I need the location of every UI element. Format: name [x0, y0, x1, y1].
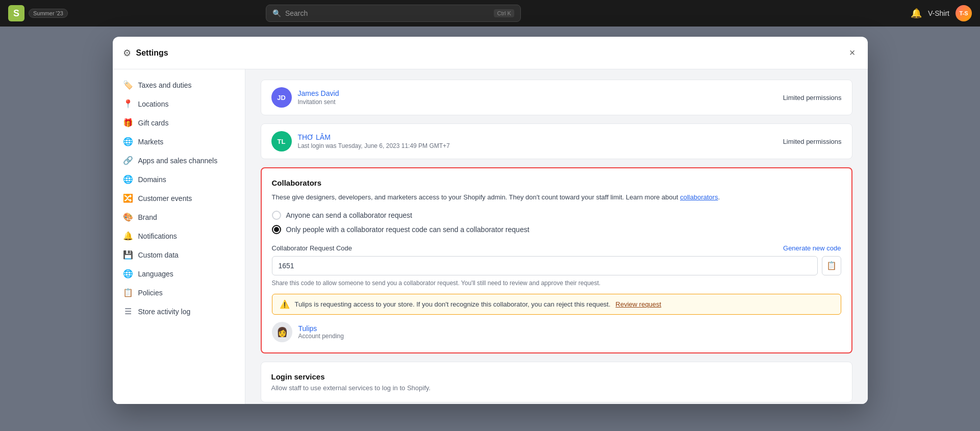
settings-sidebar: 🏷️ Taxes and duties 📍 Locations 🎁 Gift c… — [113, 69, 245, 404]
brand-icon: 🎨 — [123, 212, 133, 222]
search-placeholder: Search — [285, 9, 308, 17]
radio-anyone-circle — [272, 211, 281, 220]
store-activity-icon: ☰ — [123, 307, 133, 316]
pending-user-info: Tulips Account pending — [298, 324, 344, 340]
code-input-row: 📋 — [272, 256, 841, 275]
sidebar-item-custom-data[interactable]: 💾 Custom data — [113, 245, 245, 264]
sidebar-label-markets: Markets — [138, 138, 164, 146]
user-card-tl: TL THƠ LÂM Last login was Tuesday, June … — [261, 123, 852, 159]
collaborators-desc: These give designers, developers, and ma… — [272, 192, 841, 202]
user-sub-james: Invitation sent — [298, 98, 777, 106]
modal-header: ⚙ Settings × — [113, 37, 868, 69]
search-bar[interactable]: 🔍 Search Ctrl K — [266, 5, 521, 22]
login-services-card: Login services Allow staff to use extern… — [261, 362, 852, 402]
warning-icon: ⚠️ — [280, 299, 290, 309]
generate-code-link[interactable]: Generate new code — [783, 244, 841, 252]
review-request-link[interactable]: Review request — [616, 300, 662, 308]
user-sub-tl: Last login was Tuesday, June 6, 2023 11:… — [298, 142, 777, 149]
apps-icon: 🔗 — [123, 156, 133, 165]
sidebar-label-custom-data: Custom data — [138, 251, 179, 259]
sidebar-label-taxes: Taxes and duties — [138, 81, 192, 89]
top-nav: S Summer '23 🔍 Search Ctrl K 🔔 V-Shirt T… — [0, 0, 980, 27]
pending-user-name[interactable]: Tulips — [298, 324, 344, 333]
login-services-desc: Allow staff to use external services to … — [271, 384, 842, 392]
code-hint: Share this code to allow someone to send… — [272, 280, 841, 287]
sidebar-item-languages[interactable]: 🌐 Languages — [113, 264, 245, 283]
customer-events-icon: 🔀 — [123, 193, 133, 203]
location-icon: 📍 — [123, 99, 133, 109]
gift-icon: 🎁 — [123, 118, 133, 128]
summer-badge: Summer '23 — [29, 9, 68, 18]
user-card-james: JD James David Invitation sent Limited p… — [261, 80, 852, 115]
user-permission-james: Limited permissions — [783, 94, 842, 102]
modal-title-area: ⚙ Settings — [123, 47, 168, 59]
policies-icon: 📋 — [123, 288, 133, 297]
sidebar-item-store-activity[interactable]: ☰ Store activity log — [113, 302, 245, 321]
sidebar-label-policies: Policies — [138, 289, 163, 297]
search-icon: 🔍 — [272, 9, 281, 17]
sidebar-label-notifications: Notifications — [138, 232, 177, 240]
user-info-tl: THƠ LÂM Last login was Tuesday, June 6, … — [298, 133, 777, 149]
store-name: V-Shirt — [928, 9, 949, 17]
sidebar-item-gift-cards[interactable]: 🎁 Gift cards — [113, 113, 245, 132]
modal-title: Settings — [136, 48, 168, 58]
custom-data-icon: 💾 — [123, 250, 133, 260]
markets-icon: 🌐 — [123, 137, 133, 146]
sidebar-item-notifications[interactable]: 🔔 Notifications — [113, 226, 245, 245]
radio-group: Anyone can send a collaborator request O… — [272, 211, 841, 234]
user-name-tl[interactable]: THƠ LÂM — [298, 133, 777, 141]
pending-avatar: 👩 — [272, 322, 292, 342]
sidebar-item-policies[interactable]: 📋 Policies — [113, 283, 245, 302]
user-avatar[interactable]: T-S — [956, 5, 972, 21]
main-area: ⚙ Settings × 🏷️ Taxes and duties 📍 Locat… — [0, 27, 980, 431]
taxes-icon: 🏷️ — [123, 80, 133, 90]
pending-user-status: Account pending — [298, 333, 344, 340]
nav-right: 🔔 V-Shirt T-S — [911, 5, 972, 21]
sidebar-item-customer-events[interactable]: 🔀 Customer events — [113, 189, 245, 208]
bell-icon[interactable]: 🔔 — [911, 8, 922, 19]
sidebar-label-brand: Brand — [138, 213, 157, 221]
code-header: Collaborator Request Code Generate new c… — [272, 244, 841, 252]
sidebar-label-apps: Apps and sales channels — [138, 157, 218, 165]
radio-anyone[interactable]: Anyone can send a collaborator request — [272, 211, 841, 220]
user-avatar-jd: JD — [271, 87, 292, 108]
copy-code-button[interactable]: 📋 — [822, 256, 841, 275]
sidebar-item-apps[interactable]: 🔗 Apps and sales channels — [113, 151, 245, 170]
sidebar-label-customer-events: Customer events — [138, 194, 192, 202]
sidebar-label-domains: Domains — [138, 175, 166, 184]
user-name-james[interactable]: James David — [298, 89, 777, 97]
sidebar-label-store-activity: Store activity log — [138, 308, 191, 316]
sidebar-item-brand[interactable]: 🎨 Brand — [113, 208, 245, 226]
radio-code-only-circle — [272, 225, 281, 234]
domains-icon: 🌐 — [123, 174, 133, 184]
sidebar-item-domains[interactable]: 🌐 Domains — [113, 170, 245, 189]
sidebar-item-markets[interactable]: 🌐 Markets — [113, 132, 245, 151]
collaborators-link[interactable]: collaborators — [680, 193, 718, 201]
languages-icon: 🌐 — [123, 269, 133, 278]
user-permission-tl: Limited permissions — [783, 138, 842, 145]
notifications-icon: 🔔 — [123, 231, 133, 241]
modal-body: 🏷️ Taxes and duties 📍 Locations 🎁 Gift c… — [113, 69, 868, 404]
logo-area: S Summer '23 — [8, 5, 68, 21]
sidebar-item-locations[interactable]: 📍 Locations — [113, 94, 245, 113]
login-services-title: Login services — [271, 372, 842, 381]
sidebar-label-locations: Locations — [138, 100, 169, 108]
close-button[interactable]: × — [847, 45, 858, 61]
gear-icon: ⚙ — [123, 47, 131, 59]
code-input-field[interactable] — [272, 256, 818, 275]
user-avatar-tl: TL — [271, 131, 292, 151]
radio-code-only[interactable]: Only people with a collaborator request … — [272, 225, 841, 234]
code-label: Collaborator Request Code — [272, 244, 353, 252]
sidebar-item-taxes[interactable]: 🏷️ Taxes and duties — [113, 75, 245, 94]
shopify-logo: S — [8, 5, 24, 21]
collaborators-card: Collaborators These give designers, deve… — [261, 167, 852, 353]
collaborators-title: Collaborators — [272, 179, 841, 187]
sidebar-label-gift-cards: Gift cards — [138, 119, 169, 127]
pending-user: 👩 Tulips Account pending — [272, 322, 841, 342]
search-shortcut: Ctrl K — [494, 9, 514, 17]
warning-banner: ⚠️ Tulips is requesting access to your s… — [272, 294, 841, 315]
sidebar-label-languages: Languages — [138, 270, 173, 278]
content-area: JD James David Invitation sent Limited p… — [245, 69, 868, 404]
settings-modal: ⚙ Settings × 🏷️ Taxes and duties 📍 Locat… — [113, 37, 868, 404]
warning-text: Tulips is requesting access to your stor… — [295, 300, 611, 308]
